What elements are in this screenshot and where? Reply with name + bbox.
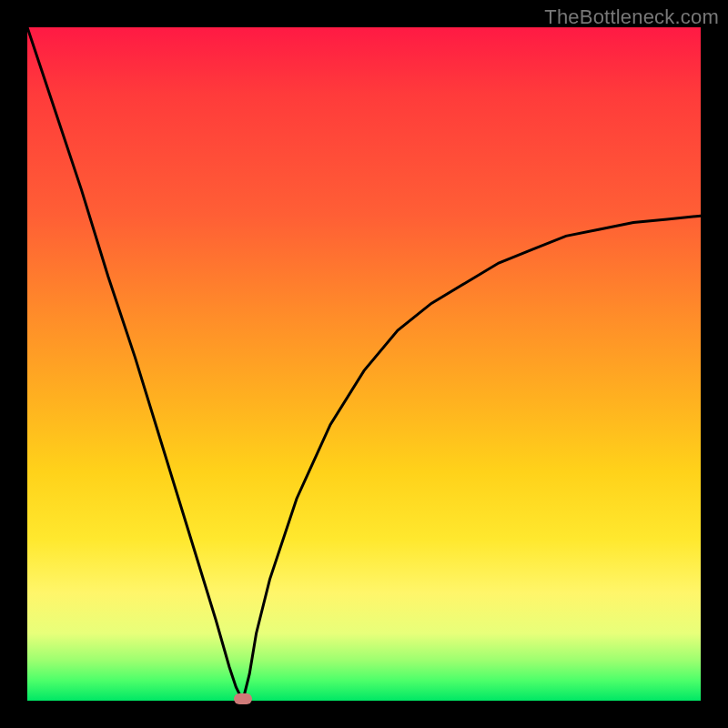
- plot-area: [27, 27, 701, 701]
- minimum-marker: [234, 693, 252, 704]
- watermark-text: TheBottleneck.com: [544, 5, 719, 29]
- bottleneck-curve: [27, 27, 701, 701]
- chart-frame: TheBottleneck.com: [0, 0, 728, 728]
- curve-svg: [27, 27, 701, 701]
